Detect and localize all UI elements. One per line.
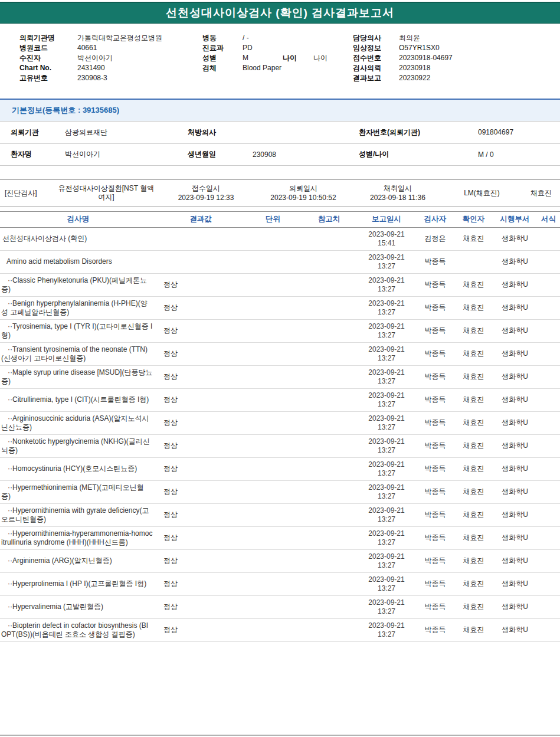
- test-name: 선천성대사이상검사 (확인): [0, 227, 156, 250]
- result-row: ··Biopterin defect in cofactor biosynthe…: [0, 618, 560, 641]
- test-result: 정상: [156, 572, 245, 595]
- report-time: 13:27: [358, 354, 415, 363]
- test-name: ··Citrullinemia, type I (CIT)(시트룰린혈증 I형): [0, 388, 156, 411]
- test-unit: [245, 411, 301, 434]
- tester-name: 박종득: [416, 365, 454, 388]
- tester-name: 박종득: [416, 549, 454, 572]
- tester-name: 박종득: [416, 388, 454, 411]
- field-value-doctor: 최의윤: [399, 33, 420, 43]
- field-label-referring-org: 의뢰기관: [0, 122, 65, 143]
- test-unit: [245, 227, 301, 250]
- report-date: 2023-09-21: [358, 368, 415, 377]
- tester-name: 박종득: [416, 434, 454, 457]
- test-unit: [245, 273, 301, 296]
- department-name: 생화학U: [493, 618, 537, 641]
- test-result: 정상: [156, 388, 245, 411]
- report-date: 2023-09-21: [358, 506, 415, 515]
- page-bottom-divider: [0, 735, 560, 736]
- format-cell: [537, 319, 560, 342]
- field-label-birthdate: 생년월일: [177, 143, 253, 165]
- header-left-column: 의뢰기관명가톨릭대학교은평성모병원 병원코드40661 수진자박선이아기 Cha…: [19, 33, 202, 83]
- format-cell: [537, 411, 560, 434]
- field-value-prescribing-doctor: [253, 122, 348, 143]
- test-unit: [245, 549, 301, 572]
- result-row: 선천성대사이상검사 (확인) 2023-09-21 15:41 김정은 채효진 …: [0, 227, 560, 250]
- test-name: Amino acid metabolism Disorders: [0, 250, 156, 273]
- format-cell: [537, 595, 560, 618]
- report-datetime: 2023-09-21 13:27: [357, 388, 416, 411]
- tester-name: 박종득: [416, 342, 454, 365]
- test-result: 정상: [156, 457, 245, 480]
- department-name: 생화학U: [493, 296, 537, 319]
- result-row: ··Nonketotic hyperglycinemia (NKHG)(글리신뇌…: [0, 434, 560, 457]
- test-name: ··Hyperornithinemia with gyrate deficien…: [0, 503, 156, 526]
- test-name: ··Hypervalinemia (고발린혈증): [0, 595, 156, 618]
- report-datetime: 2023-09-21 13:27: [357, 549, 416, 572]
- report-datetime: 2023-09-21 13:27: [357, 250, 416, 273]
- tester-name: 박종득: [416, 595, 454, 618]
- test-name: ··Hyperornithinemia-hyperammonemia-homoc…: [0, 526, 156, 549]
- results-table: 검사명 결과값 단위 참고치 보고일시 검사자 확인자 시행부서 서식 선천성대…: [0, 211, 560, 642]
- report-time: 15:41: [358, 239, 415, 248]
- report-date: 2023-09-21: [358, 575, 415, 584]
- test-unit: [245, 434, 301, 457]
- test-result: 정상: [156, 296, 245, 319]
- report-datetime: 2023-09-21 13:27: [357, 595, 416, 618]
- test-unit: [245, 319, 301, 342]
- report-date: 2023-09-21: [358, 299, 415, 308]
- report-date: 2023-09-21: [358, 621, 415, 630]
- confirmer-name: 채효진: [454, 365, 493, 388]
- tester-name: 박종득: [416, 480, 454, 503]
- receipt-datetime: 접수일시 2023-09-19 12:33: [159, 179, 253, 207]
- report-date: 2023-09-21: [358, 276, 415, 285]
- field-value-chart-no: 2431490: [77, 63, 105, 73]
- report-time: 13:27: [358, 515, 415, 524]
- report-date: 2023-09-21: [358, 322, 415, 331]
- basic-info-row: 의뢰기관 삼광의료재단 처방의사 환자번호(의뢰기관) 091804697: [0, 122, 560, 143]
- field-value-patient-no: 091804697: [478, 122, 560, 143]
- department-name: 생화학U: [493, 365, 537, 388]
- confirmer-name: 채효진: [454, 342, 493, 365]
- department-name: 생화학U: [493, 480, 537, 503]
- confirmer-name: [454, 250, 493, 273]
- department-name: 생화학U: [493, 434, 537, 457]
- field-label-clinical-info: 임상정보: [353, 43, 399, 53]
- test-reference: [301, 549, 357, 572]
- test-reference: [301, 503, 357, 526]
- field-label-specimen: 검체: [202, 63, 243, 73]
- department-name: 생화학U: [493, 388, 537, 411]
- test-reference: [301, 319, 357, 342]
- test-unit: [245, 296, 301, 319]
- field-value-hospital-code: 40661: [77, 43, 97, 53]
- field-value-specimen: Blood Paper: [243, 63, 281, 73]
- test-reference: [301, 526, 357, 549]
- report-datetime: 2023-09-21 13:27: [357, 411, 416, 434]
- confirmer-name: 채효진: [454, 411, 493, 434]
- field-value-ward: / -: [243, 33, 249, 43]
- confirmer-name: 채효진: [454, 319, 493, 342]
- report-time: 13:27: [358, 584, 415, 593]
- field-value-clinical-info: O57YR1SX0: [399, 43, 440, 53]
- column-header-confirmer: 확인자: [454, 211, 493, 227]
- department-name: 생화학U: [493, 595, 537, 618]
- field-value-department: PD: [243, 43, 253, 53]
- report-datetime: 2023-09-21 13:27: [357, 503, 416, 526]
- results-header-row: 검사명 결과값 단위 참고치 보고일시 검사자 확인자 시행부서 서식: [0, 211, 560, 227]
- test-result: 정상: [156, 411, 245, 434]
- format-cell: [537, 250, 560, 273]
- column-header-unit: 단위: [245, 211, 301, 227]
- test-name: ··Argininosuccinic aciduria (ASA)(알지노석시닌…: [0, 411, 156, 434]
- result-row: ··Benign hyperphenylalaninemia (H-PHE)(양…: [0, 296, 560, 319]
- report-time: 13:27: [358, 308, 415, 317]
- report-datetime: 2023-09-21 13:27: [357, 572, 416, 595]
- result-row: ··Argininosuccinic aciduria (ASA)(알지노석시닌…: [0, 411, 560, 434]
- field-label-examinee: 수진자: [19, 53, 77, 63]
- department-name: 생화학U: [493, 549, 537, 572]
- collector-name: LM(채효진): [441, 179, 522, 207]
- test-reference: [301, 365, 357, 388]
- report-time: 13:27: [358, 492, 415, 501]
- confirmer-name: 채효진: [454, 549, 493, 572]
- report-time: 13:27: [358, 446, 415, 455]
- test-name: ··Tyrosinemia, type I (TYR I)(고타이로신혈증 I형…: [0, 319, 156, 342]
- test-reference: [301, 480, 357, 503]
